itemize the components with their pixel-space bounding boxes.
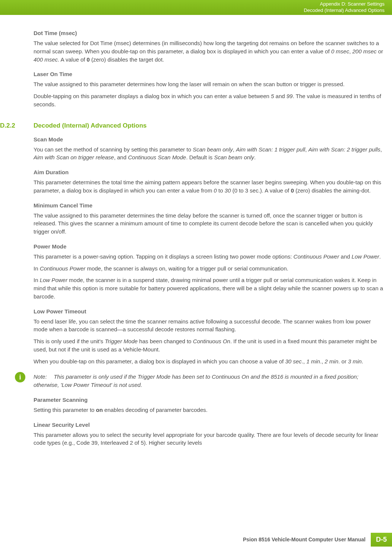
body-linear-security: This parameter allows you to select the … <box>34 431 385 447</box>
section-d22-row: D.2.2 Decoded (Internal) Advanced Option… <box>0 122 385 129</box>
body-min-cancel: The value assigned to this parameter det… <box>34 212 385 236</box>
note-label: Note: <box>34 373 52 381</box>
body-lpt-3: When you double-tap on this parameter, a… <box>34 357 385 366</box>
body-dot-time: The value selected for Dot Time (msec) d… <box>34 39 385 63</box>
body-scan-mode: You can set the method of scanning by se… <box>34 146 385 162</box>
body-laser-on-2: Double-tapping on this parameter display… <box>34 92 385 109</box>
info-icon: i <box>15 372 25 382</box>
header-line2: Decoded (Internal) Advanced Options <box>304 7 385 14</box>
note-row: i Note: This parameter is only used if t… <box>15 372 385 389</box>
header-bar: Appendix D: Scanner Settings Decoded (In… <box>0 0 392 15</box>
section-title: Decoded (Internal) Advanced Options <box>34 122 147 129</box>
heading-param-scanning: Parameter Scanning <box>34 397 385 403</box>
section-number: D.2.2 <box>0 122 34 129</box>
footer-title: Psion 8516 Vehicle-Mount Computer User M… <box>238 533 371 547</box>
body-power-mode-3: In Low Power mode, the scanner is in a s… <box>34 276 385 300</box>
body-power-mode-1: This parameter is a power-saving option.… <box>34 253 385 261</box>
body-power-mode-2: In Continuous Power mode, the scanner is… <box>34 265 385 273</box>
header-line1: Appendix D: Scanner Settings <box>304 1 385 7</box>
heading-low-power-timeout: Low Power Timeout <box>34 308 385 315</box>
body-lpt-1: To eend laser life, you can select the t… <box>34 317 385 334</box>
body-laser-on-1: The value assigned to this parameter det… <box>34 80 385 88</box>
heading-aim-duration: Aim Duration <box>34 169 385 175</box>
header-text: Appendix D: Scanner Settings Decoded (In… <box>304 1 385 14</box>
heading-linear-security: Linear Security Level <box>34 422 385 428</box>
page-content: Dot Time (msec) The value selected for D… <box>0 15 392 447</box>
body-param-scanning: Setting this parameter to on enables dec… <box>34 406 385 414</box>
heading-power-mode: Power Mode <box>34 243 385 250</box>
heading-min-cancel: Minimum Cancel Time <box>34 202 385 209</box>
note-body: This parameter is only used if the Trigg… <box>34 373 358 388</box>
body-lpt-2: This is only used if the unit's Trigger … <box>34 337 385 354</box>
heading-dot-time: Dot Time (msec) <box>34 30 385 36</box>
heading-laser-on: Laser On Time <box>34 71 385 77</box>
footer-page: D-5 <box>371 533 392 547</box>
body-aim-duration: This parameter determines the total time… <box>34 178 385 195</box>
note-text: Note: This parameter is only used if the… <box>34 372 385 389</box>
heading-scan-mode: Scan Mode <box>34 136 385 143</box>
footer: Psion 8516 Vehicle-Mount Computer User M… <box>238 533 392 547</box>
